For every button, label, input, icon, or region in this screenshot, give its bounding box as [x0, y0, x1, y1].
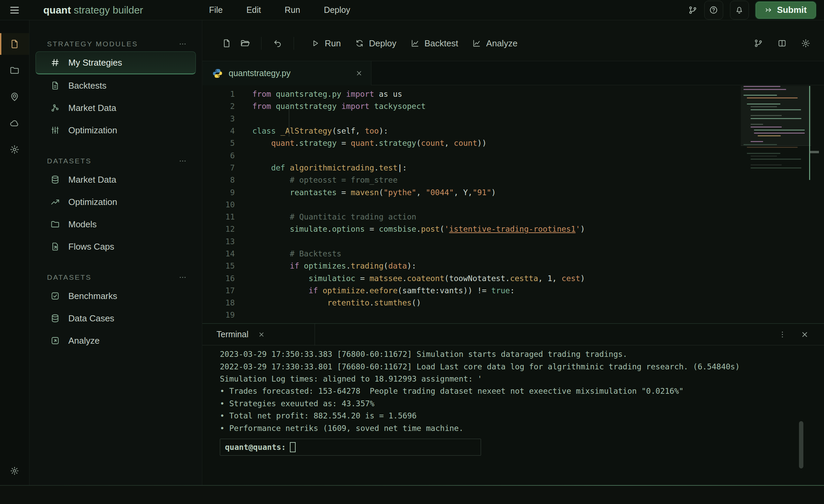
- line-number: 4: [202, 127, 235, 135]
- code-text: quant.strategy = quant.strategy(count, c…: [235, 139, 486, 147]
- topbar-right: Submit: [688, 1, 824, 20]
- terminal-close-icon[interactable]: [800, 330, 809, 339]
- code-line: 13: [202, 235, 824, 248]
- line-number: 19: [202, 311, 235, 319]
- rail-item-gear-icon[interactable]: [0, 139, 29, 160]
- code-line: 10: [202, 199, 824, 211]
- section-menu-icon[interactable]: [178, 40, 187, 48]
- section-menu-icon[interactable]: [178, 273, 187, 282]
- gear-icon[interactable]: [801, 39, 810, 48]
- section-menu-icon[interactable]: [178, 157, 187, 165]
- rail-item-pin-icon[interactable]: [0, 86, 29, 108]
- python-icon: [212, 68, 223, 78]
- sidebar-item-label: Market Data: [68, 103, 116, 113]
- sidebar-section-1: DATASETSMarket DataOptimizationModelsFlo…: [29, 154, 202, 258]
- terminal-scrollbar[interactable]: [799, 421, 803, 468]
- code-line: 9 reantastes = mavesn("pythe", "0044", Y…: [202, 186, 824, 198]
- sidebar-item-backtests[interactable]: Backtests: [36, 74, 196, 97]
- toolbar-button-label: Deploy: [369, 38, 396, 49]
- tab-quantstrategy[interactable]: quantstrategy.py: [202, 61, 371, 85]
- tab-close-icon[interactable]: [355, 69, 363, 77]
- terminal-tab-close-icon[interactable]: [258, 331, 265, 338]
- analyze-button[interactable]: Analyze: [472, 38, 518, 49]
- minimap-line: [754, 130, 805, 131]
- hamburger-menu-icon[interactable]: [0, 4, 29, 16]
- rail-bottom-gear-icon[interactable]: [0, 460, 29, 482]
- terminal-tab[interactable]: Terminal: [202, 324, 315, 345]
- line-number: 12: [202, 225, 235, 233]
- minimap-line: [751, 109, 801, 110]
- minimap-line: [747, 147, 798, 148]
- code-line: 11 # Quantitaic trading action: [202, 211, 824, 223]
- section-title-text: DATASETS: [47, 273, 92, 281]
- app-title: quant strategy builder: [43, 4, 143, 16]
- chart-icon: [472, 39, 481, 48]
- terminal-log-line: Simulation Log times: aligned to 18.9129…: [220, 373, 824, 385]
- code-editor[interactable]: 1from quantsrateg.py import as us2from q…: [202, 85, 824, 324]
- rail-item-files-icon[interactable]: [0, 33, 29, 55]
- terminal-log-line: 2023-03-29 17:350:33.383 [76800-60:11672…: [220, 348, 824, 360]
- terminal-log-line: • Performance netriks (1609, soved net t…: [220, 422, 824, 434]
- sidebar-item-market-data[interactable]: Market Data: [36, 97, 196, 119]
- main-row: STRATEGY MODULESMy StrategiesBacktestsMa…: [0, 20, 824, 485]
- branch-icon[interactable]: [754, 39, 763, 48]
- open-folder-icon[interactable]: [240, 39, 250, 48]
- split-icon[interactable]: [777, 39, 787, 48]
- sidebar-item-flows-caps[interactable]: Flows Caps: [36, 235, 196, 258]
- menu-deploy[interactable]: Deploy: [324, 5, 350, 15]
- line-number: 15: [202, 261, 235, 270]
- sidebar-item-analyze[interactable]: Analyze: [36, 329, 196, 352]
- code-text: class _AlStrategy(self, too):: [235, 127, 388, 135]
- send-icon: [765, 6, 773, 14]
- branch-icon[interactable]: [688, 5, 697, 15]
- app-title-bold: quant: [43, 4, 71, 16]
- minimap[interactable]: [743, 86, 808, 184]
- menu-run[interactable]: Run: [285, 5, 300, 15]
- minimap-line: [751, 159, 801, 160]
- app-window: quant strategy builder FileEditRunDeploy…: [0, 0, 824, 504]
- toolbar-button-label: Analyze: [486, 38, 518, 49]
- menubar: FileEditRunDeploy: [209, 5, 350, 15]
- code-text: if optimiize.eefore(samftte:vants)) != t…: [235, 286, 515, 295]
- notifications-button[interactable]: [730, 1, 749, 20]
- line-number: 8: [202, 176, 235, 184]
- line-number: 3: [202, 114, 235, 123]
- code-text: from quantstrategy import tackysopect: [235, 102, 426, 111]
- sidebar-item-label: My Strategies: [68, 58, 122, 68]
- sliders-icon: [50, 125, 60, 135]
- new-file-icon[interactable]: [222, 39, 231, 48]
- sidebar: STRATEGY MODULESMy StrategiesBacktestsMa…: [29, 20, 202, 485]
- help-button[interactable]: [704, 1, 723, 20]
- sidebar-section-title: DATASETS: [29, 270, 202, 285]
- submit-button[interactable]: Submit: [756, 2, 816, 19]
- undo-icon[interactable]: [273, 39, 282, 48]
- editor-scrollbar[interactable]: [809, 86, 810, 180]
- sidebar-item-my-strategies[interactable]: My Strategies: [36, 51, 196, 74]
- toolbar-right-icons: [754, 39, 810, 48]
- app-title-rest: strategy builder: [71, 4, 143, 16]
- backtest-button[interactable]: Backtest: [411, 38, 458, 49]
- editor-scrollbar-handle[interactable]: [809, 151, 819, 153]
- rail-item-folder-icon[interactable]: [0, 60, 29, 81]
- sidebar-item-optimization[interactable]: Optimization: [36, 119, 196, 141]
- terminal-log-line: • Trades forecasted: 153-64278 People tr…: [220, 385, 824, 397]
- sidebar-item-label: Optimization: [68, 125, 117, 136]
- terminal-menu-icon[interactable]: [778, 330, 787, 339]
- rail-item-cloud-icon[interactable]: [0, 112, 29, 134]
- sidebar-item-label: Analyze: [68, 336, 100, 346]
- sidebar-item-optimization[interactable]: Optimization: [36, 191, 196, 213]
- deploy-button[interactable]: Deploy: [355, 38, 396, 49]
- sidebar-item-benchmarks[interactable]: Benchmarks: [36, 285, 196, 307]
- minimap-line: [754, 133, 805, 134]
- minimap-line: [751, 167, 801, 168]
- sidebar-item-models[interactable]: Models: [36, 213, 196, 235]
- terminal-prompt[interactable]: quant@quants:: [220, 439, 481, 456]
- menu-edit[interactable]: Edit: [246, 5, 261, 15]
- sidebar-item-market-data[interactable]: Market Data: [36, 168, 196, 191]
- sidebar-item-data-cases[interactable]: Data Cases: [36, 307, 196, 329]
- run-button[interactable]: Run: [311, 38, 341, 49]
- minimap-line: [747, 153, 780, 154]
- minimap-line: [751, 115, 782, 116]
- menu-file[interactable]: File: [209, 5, 223, 15]
- minimap-line: [751, 141, 763, 142]
